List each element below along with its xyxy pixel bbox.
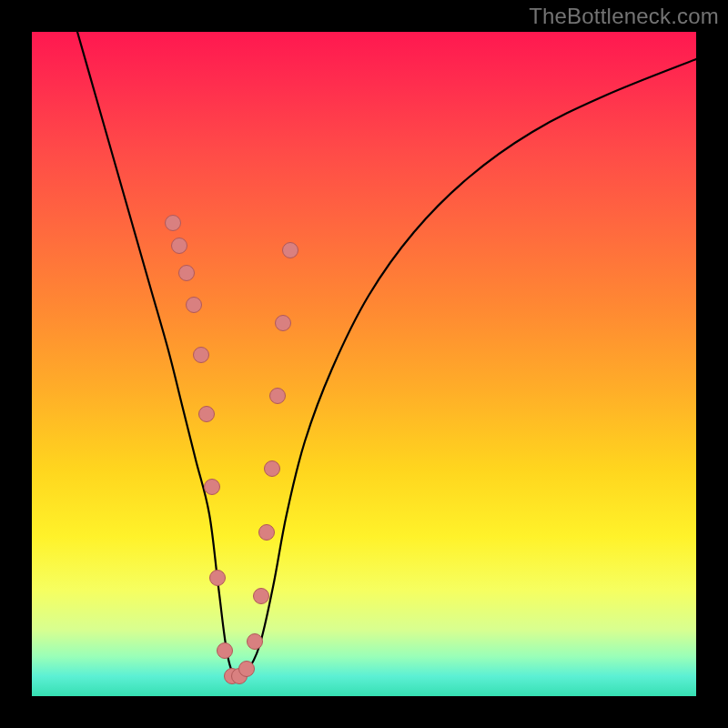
bottleneck-curve — [77, 32, 696, 680]
curve-layer — [32, 32, 696, 696]
watermark-label: TheBottleneck.com — [529, 4, 719, 29]
marker-point — [248, 634, 263, 650]
chart-stage: TheBottleneck.com — [0, 0, 728, 728]
marker-point — [254, 589, 269, 604]
marker-point — [172, 238, 187, 254]
marker-point — [276, 316, 291, 331]
marker-point — [199, 407, 215, 422]
marker-point — [166, 216, 181, 231]
marker-point — [187, 298, 202, 313]
marker-point — [210, 571, 226, 586]
marker-point — [205, 480, 220, 495]
highlight-markers — [166, 216, 298, 684]
marker-point — [239, 662, 255, 677]
marker-point — [283, 243, 298, 258]
marker-point — [265, 461, 280, 477]
marker-point — [179, 266, 195, 281]
marker-point — [259, 525, 275, 541]
plot-area — [32, 32, 696, 696]
marker-point — [194, 348, 209, 363]
marker-point — [217, 643, 233, 659]
marker-point — [270, 389, 286, 404]
